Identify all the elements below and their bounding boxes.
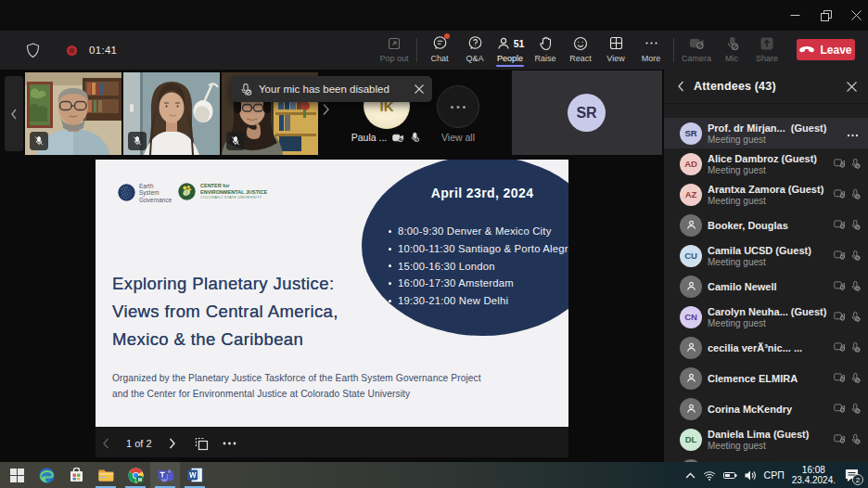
attendee-row[interactable]: ADAlice Dambroz (Guest)Meeting guest bbox=[664, 148, 868, 179]
slide-time-item: 16:00-17:30 Amsterdam bbox=[398, 277, 514, 289]
share-button[interactable]: Share bbox=[749, 31, 785, 70]
attendee-row[interactable]: SRProf. dr Mirjan... (Guest)Meeting gues… bbox=[664, 118, 868, 148]
toolbar-button-label: Mic bbox=[725, 54, 738, 63]
video-tile-participant-1[interactable] bbox=[25, 72, 121, 155]
chrome-icon: M bbox=[128, 468, 144, 483]
window-minimize-button[interactable] bbox=[788, 9, 801, 21]
attendee-role: Meeting guest bbox=[708, 196, 828, 206]
taskbar-edge[interactable] bbox=[32, 462, 61, 488]
qa-button[interactable]: Q&A bbox=[457, 31, 492, 70]
meeting-timer: 01:41 bbox=[89, 45, 117, 56]
tray-expand-button[interactable] bbox=[685, 472, 696, 479]
attendee-row[interactable]: Booker, Douglas bbox=[664, 210, 868, 240]
slide-time-row: 15:00-16:30 London bbox=[389, 257, 568, 275]
window-close-button[interactable] bbox=[849, 9, 862, 21]
attendees-title: Attendees (43) bbox=[694, 80, 837, 93]
camera-off-icon bbox=[834, 433, 846, 443]
attendee-avatar-generic bbox=[680, 398, 702, 420]
icon-graphic bbox=[387, 36, 402, 51]
panel-back-button[interactable] bbox=[677, 81, 684, 92]
attendee-avatar-generic bbox=[680, 276, 702, 298]
slide-more-button[interactable] bbox=[223, 442, 237, 445]
camera-off-icon bbox=[834, 188, 846, 199]
attendee-row[interactable]: Corina McKendry bbox=[664, 393, 868, 424]
attendee-row[interactable]: cecilia verÃ³nic... ... bbox=[664, 332, 868, 363]
slide-times-list: 8:00-9:30 Denver & Mexico City 10:00-11:… bbox=[389, 223, 568, 309]
keyboard-language[interactable]: СРП bbox=[764, 469, 785, 481]
attendees-title-text: Attendees bbox=[694, 80, 751, 93]
attendee-avatar-generic bbox=[680, 214, 702, 237]
chevron-up-icon bbox=[685, 472, 696, 479]
camera-button[interactable]: Camera bbox=[679, 31, 714, 70]
chat-button[interactable]: Chat bbox=[422, 31, 457, 70]
attendee-more-button[interactable] bbox=[847, 126, 861, 140]
attendees-header: Attendees (43) bbox=[664, 70, 868, 104]
next-slide-button[interactable] bbox=[165, 438, 180, 449]
taskbar-file-explorer[interactable] bbox=[91, 462, 121, 488]
attendee-row[interactable]: Clemence ELMIRA bbox=[664, 363, 868, 393]
toolbar-buttons: Pop out Chat Q&A 51 P bbox=[377, 31, 785, 70]
view-button[interactable]: View bbox=[598, 31, 633, 70]
filmstrip-scroll-right-button[interactable] bbox=[322, 103, 330, 120]
minimize-icon bbox=[790, 10, 800, 20]
bullet-dot bbox=[389, 300, 391, 302]
popout-button[interactable]: Pop out bbox=[377, 31, 412, 70]
file-explorer-icon bbox=[98, 469, 114, 482]
taskbar-word[interactable] bbox=[180, 462, 210, 488]
window-titlebar bbox=[0, 0, 868, 31]
tray-clock[interactable]: 16:08 23.4.2024. bbox=[792, 465, 836, 485]
attendee-texts: Booker, Douglas bbox=[708, 220, 828, 231]
video-tile-participant-2[interactable] bbox=[123, 72, 220, 155]
ellipsis-icon bbox=[223, 442, 236, 445]
attendee-name: Daniela Lima (Guest) bbox=[708, 429, 828, 440]
attendee-texts: Clemence ELMIRA bbox=[708, 373, 828, 384]
battery-icon[interactable] bbox=[723, 471, 737, 480]
sr-avatar: SR bbox=[568, 94, 606, 132]
action-center-button[interactable]: 2 bbox=[845, 469, 859, 482]
chevron-left-icon bbox=[10, 109, 18, 120]
person-icon bbox=[685, 280, 697, 292]
wifi-icon[interactable] bbox=[703, 470, 716, 481]
view-all-button[interactable] bbox=[437, 85, 479, 128]
more-icon bbox=[645, 35, 658, 51]
attendees-panel: Attendees (43) SRProf. dr Mirjan... (Gue… bbox=[664, 70, 868, 462]
attendee-row[interactable]: Camilo Newell bbox=[664, 271, 868, 302]
attendee-row[interactable]: AZArantxa Zamora (Guest)Meeting guest bbox=[664, 179, 868, 210]
filmstrip-scroll-left-button[interactable] bbox=[5, 76, 23, 151]
attendee-avatar: SR bbox=[680, 122, 702, 145]
cej-logo-line: COLORADO STATE UNIVERSITY bbox=[200, 195, 267, 200]
attendee-row[interactable]: CNCarolyn Neuha... (Guest)Meeting guest bbox=[664, 302, 868, 332]
react-button[interactable]: React bbox=[563, 31, 598, 70]
people-button[interactable]: 51 People bbox=[492, 31, 528, 70]
cej-logo: CENTER for ENVIRONMENTAL JUSTICE COLORAD… bbox=[178, 183, 267, 200]
mic-button[interactable]: Mic bbox=[714, 31, 749, 70]
chevron-right-icon bbox=[322, 103, 330, 116]
leave-button[interactable]: Leave bbox=[797, 39, 855, 60]
spotlight-tile-sr[interactable]: SR bbox=[512, 71, 662, 155]
edge-icon bbox=[39, 468, 55, 483]
toast-close-button[interactable] bbox=[415, 84, 424, 94]
bullet-dot bbox=[389, 264, 391, 267]
camera-off-icon bbox=[834, 219, 846, 229]
taskbar-chrome[interactable]: M bbox=[121, 462, 150, 488]
attendee-texts: Carolyn Neuha... (Guest)Meeting guest bbox=[708, 306, 828, 328]
window-restore-button[interactable] bbox=[820, 9, 833, 21]
attendee-avatar-generic bbox=[680, 367, 702, 390]
toolbar-divider bbox=[416, 38, 417, 62]
attendee-row[interactable]: CUCamila UCSD (Guest)Meeting guest bbox=[664, 240, 868, 271]
panel-close-button[interactable] bbox=[847, 82, 857, 92]
speaker-icon[interactable] bbox=[745, 470, 757, 481]
start-button[interactable] bbox=[2, 462, 32, 488]
goto-slide-button[interactable] bbox=[195, 437, 210, 451]
camera-off-icon bbox=[392, 133, 404, 143]
leave-label: Leave bbox=[820, 44, 851, 57]
taskbar-teams[interactable] bbox=[150, 462, 180, 488]
attendee-texts: Prof. dr Mirjan... (Guest)Meeting guest bbox=[708, 122, 841, 145]
taskbar-store[interactable] bbox=[61, 462, 91, 488]
attendee-row[interactable]: DLDaniela Lima (Guest)Meeting guest bbox=[664, 424, 868, 455]
raise-button[interactable]: Raise bbox=[528, 31, 563, 70]
slide-subtitle-line: and the Center for Environmental Justice… bbox=[112, 386, 481, 402]
more-button[interactable]: More bbox=[633, 31, 669, 70]
previous-slide-button[interactable] bbox=[98, 438, 113, 449]
slide-title-line: Exploring Planetary Justice: bbox=[112, 270, 338, 298]
